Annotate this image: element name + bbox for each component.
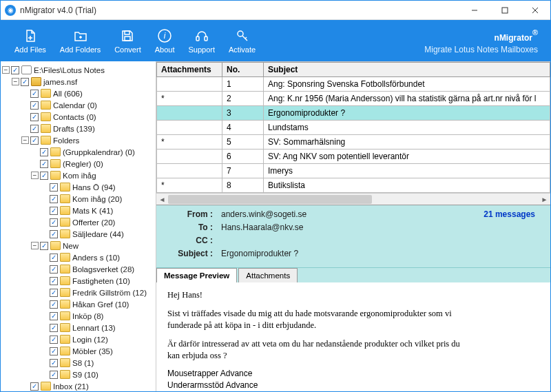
label-to: To : — [165, 223, 213, 236]
tree-kom-ihag[interactable]: −Kom ihåg — [31, 169, 154, 181]
tree-fastigheten[interactable]: Fastigheten (10) — [41, 275, 154, 287]
tree-inkop[interactable]: Inköp (8) — [41, 310, 154, 322]
horizontal-scrollbar[interactable]: ◄ ► — [156, 193, 550, 205]
svg-text:i: i — [164, 31, 166, 41]
preview-line: Underarmsstöd Advance — [167, 380, 539, 391]
scroll-right-icon[interactable]: ► — [539, 194, 550, 205]
folder-icon — [41, 112, 51, 121]
table-row[interactable]: 7Imerys — [157, 164, 550, 178]
tree-kom-ihag-2[interactable]: Kom ihåg (20) — [41, 193, 154, 205]
table-row[interactable]: *2Ang: K.nr 1956 (Maria Andersson) vill … — [157, 92, 550, 106]
tree-gruppkalendrar[interactable]: (Gruppkalendrar) (0) — [31, 146, 154, 158]
scroll-left-icon[interactable]: ◄ — [156, 194, 168, 205]
window-title: nMigrator v4.0 (Trial) — [20, 6, 459, 15]
tab-attachments[interactable]: Attachments — [238, 268, 298, 282]
folder-icon — [60, 347, 70, 355]
close-button[interactable] — [520, 1, 550, 20]
preview-line: Hej Hans! — [167, 289, 539, 301]
folder-icon — [41, 382, 51, 391]
folder-icon — [50, 159, 61, 168]
tree-root[interactable]: −E:\Files\Lotus Notes — [2, 64, 154, 76]
tree-mats-k[interactable]: Mats K (41) — [41, 205, 154, 216]
table-row[interactable]: 6SV: Ang NKV som potentiell leverantör — [157, 149, 550, 164]
table-row[interactable]: 1Ang: Sponsring Svenska Fotbollsförbunde… — [157, 77, 550, 92]
folder-icon — [60, 194, 70, 203]
folder-icon — [60, 265, 70, 274]
tab-message-preview[interactable]: Message Preview — [156, 268, 237, 282]
support-button[interactable]: Support — [181, 25, 222, 56]
folder-icon — [60, 311, 70, 320]
svg-line-16 — [245, 37, 247, 39]
minimize-button[interactable] — [459, 1, 490, 20]
col-no[interactable]: No. — [222, 63, 264, 77]
value-to: Hans.Haarala@nkv.se — [221, 223, 484, 236]
tree-s8[interactable]: S8 (1) — [41, 357, 154, 369]
tree-mobler[interactable]: Möbler (35) — [41, 345, 154, 357]
svg-rect-1 — [502, 8, 508, 13]
folder-icon — [60, 183, 70, 192]
tree-regler[interactable]: (Regler) (0) — [31, 158, 154, 169]
brand-block: nMigrator® Migrate Lotus Notes Mailboxes — [424, 27, 543, 54]
tree-all[interactable]: All (606) — [21, 87, 154, 99]
tree-new[interactable]: −New — [31, 240, 154, 251]
tree-contacts[interactable]: Contacts (0) — [21, 111, 154, 123]
svg-rect-8 — [125, 31, 129, 34]
folder-icon — [60, 335, 70, 344]
label-cc: CC : — [165, 236, 213, 249]
message-count: 21 messages — [484, 209, 542, 262]
table-row[interactable]: 3Ergonomiprodukter ? — [157, 106, 550, 121]
col-attachments[interactable]: Attachments — [157, 63, 222, 77]
tree-inbox[interactable]: Inbox (21) — [21, 380, 154, 391]
table-row[interactable]: 4Lundstams — [157, 121, 550, 135]
folder-add-icon — [72, 28, 89, 44]
folder-icon — [60, 323, 70, 332]
folder-icon — [60, 358, 70, 367]
folder-icon — [41, 89, 51, 98]
message-grid[interactable]: Attachments No. Subject 1Ang: Sponsring … — [156, 62, 550, 205]
scroll-thumb[interactable] — [168, 195, 372, 204]
preview-line: Tangentbord Advance — [167, 391, 539, 391]
titlebar: ◉ nMigrator v4.0 (Trial) — [1, 1, 550, 20]
tree-hakan[interactable]: Håkan Gref (10) — [41, 298, 154, 310]
value-from: anders.wink@sogeti.se — [221, 209, 484, 223]
svg-point-14 — [238, 31, 243, 37]
tree-nsf[interactable]: −james.nsf — [12, 76, 154, 87]
tree-hans-o[interactable]: Hans Ö (94) — [41, 181, 154, 193]
add-files-button[interactable]: Add Files — [8, 25, 53, 56]
col-subject[interactable]: Subject — [264, 63, 550, 77]
right-panel: Attachments No. Subject 1Ang: Sponsring … — [156, 61, 550, 391]
tree-login[interactable]: Login (12) — [41, 333, 154, 345]
folder-icon — [50, 147, 61, 156]
maximize-button[interactable] — [490, 1, 520, 20]
tree-fredrik[interactable]: Fredrik Gillström (12) — [41, 287, 154, 298]
folder-icon — [41, 101, 51, 110]
tree-saljledare[interactable]: Säljledare (44) — [41, 228, 154, 240]
folder-icon — [41, 124, 51, 133]
tree-offerter[interactable]: Offerter (20) — [41, 216, 154, 228]
activate-button[interactable]: Activate — [222, 25, 262, 56]
tree-drafts[interactable]: Drafts (139) — [21, 123, 154, 134]
message-preview[interactable]: Hej Hans! Sist vi träffades visade du mi… — [156, 282, 550, 391]
tree-s9[interactable]: S9 (10) — [41, 369, 154, 380]
drive-icon — [21, 65, 32, 74]
app-window: ◉ nMigrator v4.0 (Trial) Add Files Add F… — [0, 0, 551, 392]
tree-calendar[interactable]: Calendar (0) — [21, 99, 154, 111]
tree-bolagsverket[interactable]: Bolagsverket (28) — [41, 263, 154, 275]
headset-icon — [194, 28, 210, 44]
main-area: −E:\Files\Lotus Notes −james.nsf All (60… — [1, 61, 550, 391]
table-row[interactable]: *8Butikslista — [157, 178, 550, 193]
about-button[interactable]: i About — [148, 25, 182, 56]
folder-tree[interactable]: −E:\Files\Lotus Notes −james.nsf All (60… — [1, 61, 156, 391]
svg-rect-9 — [125, 37, 130, 41]
folder-icon — [60, 276, 70, 285]
table-row[interactable]: *5SV: Sommarhälsning — [157, 135, 550, 149]
preview-line: Mousetrapper Advance — [167, 368, 539, 379]
tree-folders[interactable]: −Folders — [21, 134, 154, 146]
folder-icon — [60, 300, 70, 309]
label-from: From : — [165, 209, 213, 223]
file-add-icon — [22, 28, 39, 44]
convert-button[interactable]: Convert — [107, 25, 148, 56]
tree-lennart[interactable]: Lennart (13) — [41, 322, 154, 333]
tree-anders-s[interactable]: Anders s (10) — [41, 251, 154, 263]
add-folders-button[interactable]: Add Folders — [53, 25, 107, 56]
